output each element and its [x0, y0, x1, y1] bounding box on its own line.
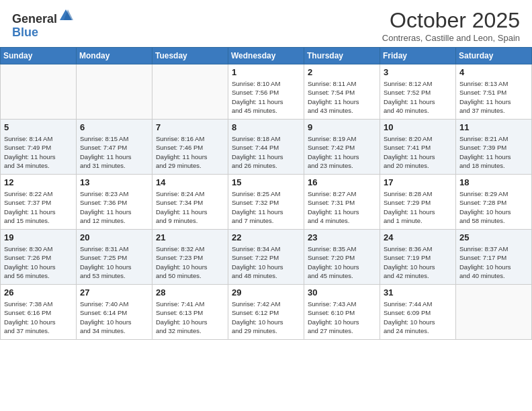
day-number: 7 [156, 122, 224, 132]
calendar-cell: 3Sunrise: 8:12 AM Sunset: 7:52 PM Daylig… [380, 64, 456, 120]
day-info: Sunrise: 7:42 AM Sunset: 6:12 PM Dayligh… [232, 300, 300, 335]
calendar-cell [1, 64, 77, 120]
day-info: Sunrise: 7:44 AM Sunset: 6:09 PM Dayligh… [384, 300, 452, 335]
calendar-cell: 4Sunrise: 8:13 AM Sunset: 7:51 PM Daylig… [456, 64, 532, 120]
day-info: Sunrise: 8:27 AM Sunset: 7:31 PM Dayligh… [308, 189, 376, 225]
day-info: Sunrise: 8:24 AM Sunset: 7:34 PM Dayligh… [156, 189, 224, 225]
day-number: 30 [308, 287, 376, 298]
day-number: 20 [80, 232, 148, 242]
day-info: Sunrise: 8:22 AM Sunset: 7:37 PM Dayligh… [4, 189, 73, 225]
calendar-cell: 10Sunrise: 8:20 AM Sunset: 7:41 PM Dayli… [380, 120, 456, 175]
calendar-cell: 5Sunrise: 8:14 AM Sunset: 7:49 PM Daylig… [1, 120, 77, 175]
calendar-cell: 28Sunrise: 7:41 AM Sunset: 6:13 PM Dayli… [152, 285, 228, 340]
day-number: 27 [80, 287, 148, 298]
day-info: Sunrise: 8:25 AM Sunset: 7:32 PM Dayligh… [232, 189, 300, 225]
day-number: 3 [384, 67, 452, 77]
calendar-cell: 8Sunrise: 8:18 AM Sunset: 7:44 PM Daylig… [228, 120, 304, 175]
day-number: 31 [384, 287, 452, 298]
calendar-cell: 18Sunrise: 8:29 AM Sunset: 7:28 PM Dayli… [456, 175, 532, 230]
calendar-cell: 6Sunrise: 8:15 AM Sunset: 7:47 PM Daylig… [77, 120, 152, 175]
day-info: Sunrise: 7:43 AM Sunset: 6:10 PM Dayligh… [308, 300, 376, 335]
logo: General Blue [12, 8, 73, 40]
day-info: Sunrise: 8:20 AM Sunset: 7:41 PM Dayligh… [384, 134, 452, 170]
calendar-week-row: 1Sunrise: 8:10 AM Sunset: 7:56 PM Daylig… [1, 64, 532, 120]
calendar-cell: 25Sunrise: 8:37 AM Sunset: 7:17 PM Dayli… [456, 230, 532, 285]
day-header-wednesday: Wednesday [228, 48, 304, 64]
calendar-cell: 12Sunrise: 8:22 AM Sunset: 7:37 PM Dayli… [1, 175, 77, 230]
day-number: 19 [4, 232, 73, 242]
day-number: 5 [4, 122, 73, 132]
day-info: Sunrise: 8:35 AM Sunset: 7:20 PM Dayligh… [308, 244, 376, 280]
day-info: Sunrise: 7:38 AM Sunset: 6:16 PM Dayligh… [4, 300, 73, 335]
day-info: Sunrise: 8:18 AM Sunset: 7:44 PM Dayligh… [232, 134, 300, 170]
day-number: 17 [384, 177, 452, 187]
calendar-cell: 14Sunrise: 8:24 AM Sunset: 7:34 PM Dayli… [152, 175, 228, 230]
day-info: Sunrise: 8:32 AM Sunset: 7:23 PM Dayligh… [156, 244, 224, 280]
calendar-cell: 22Sunrise: 8:34 AM Sunset: 7:22 PM Dayli… [228, 230, 304, 285]
day-number: 21 [156, 232, 224, 242]
calendar-cell: 29Sunrise: 7:42 AM Sunset: 6:12 PM Dayli… [228, 285, 304, 340]
calendar-cell: 31Sunrise: 7:44 AM Sunset: 6:09 PM Dayli… [380, 285, 456, 340]
calendar-week-row: 26Sunrise: 7:38 AM Sunset: 6:16 PM Dayli… [1, 285, 532, 340]
day-number: 14 [156, 177, 224, 187]
calendar-table: SundayMondayTuesdayWednesdayThursdayFrid… [0, 47, 532, 340]
day-number: 28 [156, 287, 224, 298]
calendar-cell: 11Sunrise: 8:21 AM Sunset: 7:39 PM Dayli… [456, 120, 532, 175]
day-number: 8 [232, 122, 300, 132]
day-info: Sunrise: 8:30 AM Sunset: 7:26 PM Dayligh… [4, 244, 73, 280]
day-info: Sunrise: 8:13 AM Sunset: 7:51 PM Dayligh… [459, 79, 528, 115]
day-info: Sunrise: 8:34 AM Sunset: 7:22 PM Dayligh… [232, 244, 300, 280]
page-header: General Blue October 2025 Contreras, Cas… [0, 0, 532, 47]
day-number: 6 [80, 122, 148, 132]
day-info: Sunrise: 8:21 AM Sunset: 7:39 PM Dayligh… [459, 134, 528, 170]
logo-blue-text: Blue [12, 26, 38, 39]
day-number: 11 [459, 122, 528, 132]
calendar-cell: 9Sunrise: 8:19 AM Sunset: 7:42 PM Daylig… [304, 120, 380, 175]
day-number: 4 [459, 67, 528, 77]
logo-icon [58, 8, 73, 23]
calendar-header-row: SundayMondayTuesdayWednesdayThursdayFrid… [1, 48, 532, 64]
calendar-cell: 21Sunrise: 8:32 AM Sunset: 7:23 PM Dayli… [152, 230, 228, 285]
day-info: Sunrise: 8:23 AM Sunset: 7:36 PM Dayligh… [80, 189, 148, 225]
day-info: Sunrise: 7:41 AM Sunset: 6:13 PM Dayligh… [156, 300, 224, 335]
calendar-week-row: 19Sunrise: 8:30 AM Sunset: 7:26 PM Dayli… [1, 230, 532, 285]
calendar-cell: 7Sunrise: 8:16 AM Sunset: 7:46 PM Daylig… [152, 120, 228, 175]
day-number: 9 [308, 122, 376, 132]
calendar-cell [77, 64, 152, 120]
day-number: 26 [4, 287, 73, 298]
calendar-cell: 30Sunrise: 7:43 AM Sunset: 6:10 PM Dayli… [304, 285, 380, 340]
calendar-cell: 19Sunrise: 8:30 AM Sunset: 7:26 PM Dayli… [1, 230, 77, 285]
day-number: 18 [459, 177, 528, 187]
day-number: 1 [232, 67, 300, 77]
day-header-friday: Friday [380, 48, 456, 64]
day-header-sunday: Sunday [1, 48, 77, 64]
calendar-week-row: 5Sunrise: 8:14 AM Sunset: 7:49 PM Daylig… [1, 120, 532, 175]
location: Contreras, Castille and Leon, Spain [382, 33, 520, 43]
day-number: 10 [384, 122, 452, 132]
day-header-monday: Monday [77, 48, 152, 64]
calendar-cell: 27Sunrise: 7:40 AM Sunset: 6:14 PM Dayli… [77, 285, 152, 340]
day-header-tuesday: Tuesday [152, 48, 228, 64]
day-number: 12 [4, 177, 73, 187]
calendar-cell: 15Sunrise: 8:25 AM Sunset: 7:32 PM Dayli… [228, 175, 304, 230]
day-info: Sunrise: 8:19 AM Sunset: 7:42 PM Dayligh… [308, 134, 376, 170]
calendar-cell: 16Sunrise: 8:27 AM Sunset: 7:31 PM Dayli… [304, 175, 380, 230]
day-info: Sunrise: 7:40 AM Sunset: 6:14 PM Dayligh… [80, 300, 148, 335]
day-number: 13 [80, 177, 148, 187]
day-info: Sunrise: 8:10 AM Sunset: 7:56 PM Dayligh… [232, 79, 300, 115]
title-block: October 2025 Contreras, Castille and Leo… [382, 8, 520, 43]
calendar-cell: 1Sunrise: 8:10 AM Sunset: 7:56 PM Daylig… [228, 64, 304, 120]
calendar-cell: 17Sunrise: 8:28 AM Sunset: 7:29 PM Dayli… [380, 175, 456, 230]
calendar-cell: 24Sunrise: 8:36 AM Sunset: 7:19 PM Dayli… [380, 230, 456, 285]
day-info: Sunrise: 8:36 AM Sunset: 7:19 PM Dayligh… [384, 244, 452, 280]
day-number: 15 [232, 177, 300, 187]
day-info: Sunrise: 8:15 AM Sunset: 7:47 PM Dayligh… [80, 134, 148, 170]
day-header-thursday: Thursday [304, 48, 380, 64]
day-info: Sunrise: 8:28 AM Sunset: 7:29 PM Dayligh… [384, 189, 452, 225]
calendar-week-row: 12Sunrise: 8:22 AM Sunset: 7:37 PM Dayli… [1, 175, 532, 230]
day-number: 22 [232, 232, 300, 242]
calendar-cell: 2Sunrise: 8:11 AM Sunset: 7:54 PM Daylig… [304, 64, 380, 120]
day-info: Sunrise: 8:12 AM Sunset: 7:52 PM Dayligh… [384, 79, 452, 115]
day-number: 2 [308, 67, 376, 77]
day-info: Sunrise: 8:29 AM Sunset: 7:28 PM Dayligh… [459, 189, 528, 225]
